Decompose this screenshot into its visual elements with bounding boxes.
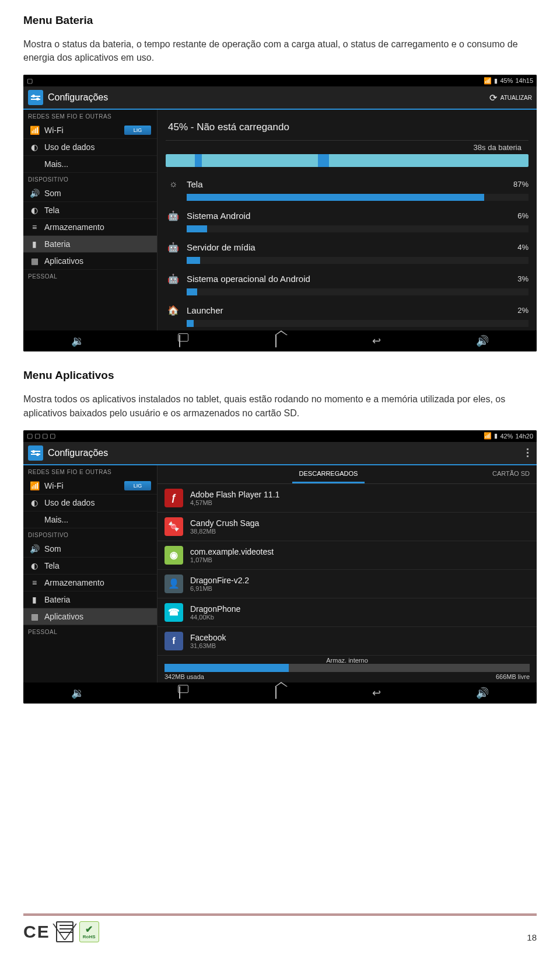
sidebar-item-wifi[interactable]: 📶 Wi-Fi LIG [23, 122, 157, 139]
usage-app-icon: ☼ [166, 176, 181, 192]
app-name: Adobe Flash Player 11.1 [190, 490, 279, 499]
home-button[interactable] [270, 684, 282, 701]
sidebar-item-display[interactable]: ◐ Tela [23, 558, 157, 575]
wifi-toggle[interactable]: LIG [124, 126, 151, 135]
app-icon: 🍬 [164, 517, 183, 536]
volume-up-button[interactable]: 🔊 [470, 684, 495, 702]
tab-sdcard[interactable]: CARTÃO SD [485, 465, 537, 483]
sidebar-item-label: Wi-Fi [44, 126, 64, 135]
usage-bar [187, 225, 528, 232]
back-button[interactable]: ↩ [366, 332, 387, 350]
sidebar-item-data-usage[interactable]: ◐ Uso de dados [23, 139, 157, 156]
usage-app-name: Sistema operacional do Android [187, 274, 512, 284]
usage-app-name: Tela [187, 179, 508, 189]
sidebar-item-sound[interactable]: 🔊 Som [23, 185, 157, 202]
app-list-item[interactable]: ◉com.example.videotest1,07MB [158, 541, 537, 570]
page-title: Configurações [48, 92, 108, 103]
sidebar-item-apps[interactable]: ▦ Aplicativos [23, 608, 157, 625]
status-bar: ▢ 📶 ▮ 45% 14h15 [23, 75, 537, 86]
section2-title: Menu Aplicativos [23, 369, 537, 382]
battery-icon: ▮ [494, 77, 498, 85]
app-size: 1,07MB [190, 556, 274, 563]
settings-app-icon [28, 445, 43, 461]
usage-app-name: Servidor de mídia [187, 242, 512, 252]
app-icon: ƒ [164, 489, 183, 507]
app-list-item[interactable]: 🍬Candy Crush Saga38,82MB [158, 513, 537, 541]
sidebar-item-label: Som [44, 544, 61, 553]
wifi-toggle[interactable]: LIG [124, 481, 151, 490]
sidebar-item-more[interactable]: Mais... [23, 156, 157, 173]
sound-icon: 🔊 [29, 189, 40, 198]
app-size: 38,82MB [190, 528, 259, 535]
settings-sidebar: REDES SEM FIO E OUTRAS 📶 Wi-Fi LIG ◐ Uso… [23, 465, 158, 683]
usage-app-pct: 2% [517, 306, 528, 315]
app-icon: ◉ [164, 546, 183, 565]
sidebar-item-label: Mais... [44, 159, 68, 169]
settings-app-icon [28, 90, 43, 105]
sidebar-item-display[interactable]: ◐ Tela [23, 202, 157, 219]
sidebar-item-label: Tela [44, 561, 60, 570]
sidebar-item-label: Uso de dados [44, 498, 94, 507]
app-name: DragonFire-v2.2 [190, 576, 249, 585]
section1-text: Mostra o status da bateria, o tempo rest… [23, 37, 537, 64]
home-button[interactable] [270, 333, 282, 350]
battery-icon: ▮ [29, 595, 40, 604]
battery-timeline-bar[interactable] [166, 154, 528, 167]
sidebar-item-label: Bateria [44, 595, 70, 604]
sidebar-item-apps[interactable]: ▦ Aplicativos [23, 253, 157, 270]
battery-usage-row[interactable]: ☼Tela87% [158, 173, 537, 192]
app-list-item[interactable]: ƒAdobe Flash Player 11.14,57MB [158, 484, 537, 513]
battery-main: 45% - Não está carregando 38s da bateria… [158, 110, 537, 330]
usage-app-icon: 🏠 [166, 302, 181, 318]
battery-pct: 45% [500, 77, 513, 84]
sidebar-item-label: Aplicativos [44, 612, 83, 621]
tab-hidden-left[interactable] [158, 465, 172, 483]
sidebar-item-sound[interactable]: 🔊 Som [23, 541, 157, 558]
tab-downloaded[interactable]: DESCARREGADOS [292, 465, 365, 483]
battery-usage-row[interactable]: 🏠Launcher2% [158, 299, 537, 318]
sidebar-item-label: Tela [44, 206, 60, 215]
charge-status[interactable]: 45% - Não está carregando [158, 110, 537, 140]
app-list-item[interactable]: ☎DragonPhone44,00Kb [158, 598, 537, 627]
section1-title: Menu Bateria [23, 14, 537, 27]
back-button[interactable]: ↩ [366, 684, 387, 702]
apps-main: DESCARREGADOS CARTÃO SD ƒAdobe Flash Pla… [158, 465, 537, 683]
data-usage-icon: ◐ [29, 498, 40, 507]
storage-used: 342MB usada [164, 673, 204, 680]
sidebar-item-data-usage[interactable]: ◐ Uso de dados [23, 495, 157, 511]
sidebar-group-wireless: REDES SEM FIO E OUTRAS [23, 110, 157, 122]
battery-pct: 42% [500, 433, 513, 440]
refresh-label: ATUALIZAR [501, 95, 532, 101]
sidebar-item-battery[interactable]: ▮ Bateria [23, 236, 157, 253]
app-list-item[interactable]: fFacebook31,63MB [158, 627, 537, 656]
battery-usage-row[interactable]: 🤖Servidor de mídia4% [158, 236, 537, 255]
screenshot-battery: ▢ 📶 ▮ 45% 14h15 Configurações ⟳ ATUALIZA… [23, 75, 537, 351]
battery-usage-row[interactable]: 🤖Sistema operacional do Android3% [158, 267, 537, 286]
recents-button[interactable] [173, 684, 186, 701]
sidebar-item-storage[interactable]: ≡ Armazenamento [23, 575, 157, 591]
sidebar-item-storage[interactable]: ≡ Armazenamento [23, 219, 157, 236]
volume-up-button[interactable]: 🔊 [470, 332, 495, 350]
app-size: 4,57MB [190, 499, 279, 506]
overflow-menu-button[interactable] [523, 447, 532, 458]
storage-icon: ≡ [29, 578, 40, 587]
volume-down-button[interactable]: 🔉 [65, 332, 90, 350]
usage-bar [187, 257, 528, 264]
wifi-icon: 📶 [29, 481, 40, 490]
usage-app-pct: 87% [513, 180, 528, 189]
sidebar-item-battery[interactable]: ▮ Bateria [23, 591, 157, 608]
recents-button[interactable] [173, 333, 186, 350]
storage-icon: ≡ [29, 222, 40, 232]
sidebar-item-label: Aplicativos [44, 256, 83, 266]
refresh-button[interactable]: ⟳ ATUALIZAR [489, 92, 532, 103]
sidebar-item-label: Uso de dados [44, 142, 94, 152]
volume-down-button[interactable]: 🔉 [65, 684, 90, 702]
battery-usage-row[interactable]: 🤖Sistema Android6% [158, 204, 537, 223]
app-list-item[interactable]: 👤DragonFire-v2.26,91MB [158, 570, 537, 598]
refresh-icon: ⟳ [489, 92, 497, 103]
sidebar-item-more[interactable]: Mais... [23, 511, 157, 528]
sidebar-item-wifi[interactable]: 📶 Wi-Fi LIG [23, 478, 157, 495]
sidebar-item-label: Som [44, 189, 61, 198]
time-on-battery: 38s da bateria [166, 141, 528, 154]
status-left-icons: ▢ ▢ ▢ ▢ [27, 432, 55, 440]
